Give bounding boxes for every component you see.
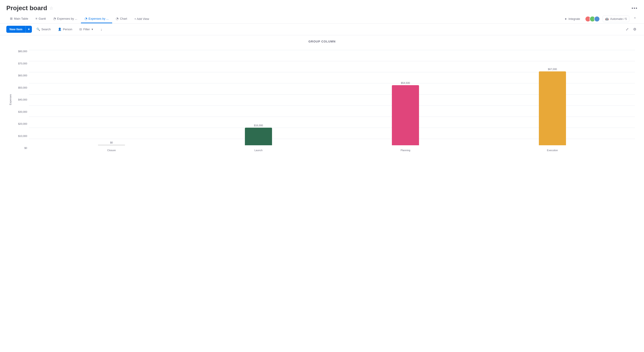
bar-group-planning: $54,500 bbox=[392, 81, 419, 145]
tab-bar-right: ✦ Integrate 🤖 Automate / 5 ⌃ bbox=[562, 15, 638, 22]
header-left: Project board ☆ bbox=[6, 4, 53, 12]
bar-planning bbox=[392, 85, 419, 145]
toolbar: New Item ▾ 🔍 Search 👤 Person ⊟ Filter ▾ … bbox=[0, 23, 644, 35]
main-table-icon: ⊞ bbox=[10, 17, 13, 20]
x-axis: Closure Launch Planning Execution bbox=[29, 149, 635, 152]
expand-icon[interactable]: ⤢ bbox=[624, 26, 630, 33]
tab-gantt[interactable]: ≡ Gantt bbox=[32, 14, 50, 23]
person-icon: 👤 bbox=[58, 27, 62, 31]
automate-button[interactable]: 🤖 Automate / 5 bbox=[602, 15, 629, 22]
y-label-40k: $40,000 bbox=[14, 98, 27, 101]
avatar-group bbox=[585, 16, 600, 22]
bars: $0 $16,000 $54,500 $67,000 bbox=[29, 50, 635, 145]
bar-value-planning: $54,500 bbox=[401, 81, 410, 84]
bar-value-launch: $16,000 bbox=[254, 124, 263, 127]
tab-main-table[interactable]: ⊞ Main Table bbox=[6, 14, 32, 23]
avatar-3 bbox=[594, 16, 600, 22]
search-icon: 🔍 bbox=[36, 27, 40, 31]
chart-plot: $0 $16,000 $54,500 $67,000 bbox=[29, 48, 635, 152]
bar-launch bbox=[245, 128, 272, 145]
y-label-30k: $30,000 bbox=[14, 110, 27, 113]
tab-expenses-2[interactable]: ◔ Expenses by ... bbox=[81, 14, 112, 23]
collapse-button[interactable]: ⌃ bbox=[632, 15, 638, 22]
chart-container: Expenses $80,000 $70,000 $60,000 $50,000… bbox=[9, 48, 635, 152]
tab-expenses-1[interactable]: ◔ Expenses by ... bbox=[50, 14, 81, 23]
download-icon: ↓ bbox=[100, 27, 102, 31]
page-title: Project board bbox=[6, 4, 47, 12]
bar-value-execution: $67,000 bbox=[548, 68, 557, 70]
filter-dropdown-icon: ▾ bbox=[92, 27, 93, 31]
filter-button[interactable]: ⊟ Filter ▾ bbox=[77, 26, 96, 32]
search-button[interactable]: 🔍 Search bbox=[34, 26, 53, 32]
chart-title: GROUP COLUMN bbox=[9, 40, 635, 43]
toolbar-right: ⤢ ⚙ bbox=[624, 26, 638, 33]
x-label-launch: Launch bbox=[245, 149, 272, 152]
y-label-60k: $60,000 bbox=[14, 74, 27, 77]
tab-chart[interactable]: ◔ Chart bbox=[112, 14, 131, 23]
automate-icon: 🤖 bbox=[605, 17, 609, 20]
integrate-icon: ✦ bbox=[564, 17, 567, 21]
bar-execution bbox=[539, 71, 566, 145]
x-label-closure: Closure bbox=[98, 149, 125, 152]
bar-group-launch: $16,000 bbox=[245, 124, 272, 145]
y-axis: $80,000 $70,000 $60,000 $50,000 $40,000 … bbox=[14, 48, 27, 152]
y-axis-label: Expenses bbox=[9, 48, 12, 152]
y-label-50k: $50,000 bbox=[14, 86, 27, 89]
bar-value-closure: $0 bbox=[110, 141, 113, 144]
bar-closure bbox=[98, 145, 125, 145]
add-view-button[interactable]: + Add View bbox=[131, 15, 153, 23]
gantt-icon: ≡ bbox=[36, 17, 37, 20]
expenses2-icon: ◔ bbox=[84, 17, 87, 20]
filter-icon: ⊟ bbox=[79, 27, 82, 31]
tab-bar: ⊞ Main Table ≡ Gantt ◔ Expenses by ... ◔… bbox=[0, 14, 644, 23]
star-icon[interactable]: ☆ bbox=[49, 5, 53, 11]
settings-icon[interactable]: ⚙ bbox=[632, 26, 638, 33]
bar-group-closure: $0 bbox=[98, 141, 125, 145]
header: Project board ☆ ••• bbox=[0, 0, 644, 12]
x-label-planning: Planning bbox=[392, 149, 419, 152]
person-button[interactable]: 👤 Person bbox=[55, 26, 75, 32]
y-label-20k: $20,000 bbox=[14, 122, 27, 125]
integrate-button[interactable]: ✦ Integrate bbox=[562, 16, 582, 22]
y-label-10k: $10,000 bbox=[14, 135, 27, 137]
x-label-execution: Execution bbox=[539, 149, 566, 152]
y-label-70k: $70,000 bbox=[14, 62, 27, 65]
new-item-dropdown-arrow[interactable]: ▾ bbox=[26, 26, 32, 33]
new-item-button[interactable]: New Item ▾ bbox=[6, 26, 32, 33]
chart-area: GROUP COLUMN Expenses $80,000 $70,000 $6… bbox=[0, 35, 644, 156]
expenses1-icon: ◔ bbox=[53, 17, 56, 20]
tabs: ⊞ Main Table ≡ Gantt ◔ Expenses by ... ◔… bbox=[6, 14, 153, 23]
chart-icon: ◔ bbox=[116, 17, 118, 20]
bar-group-execution: $67,000 bbox=[539, 68, 566, 145]
more-options-icon[interactable]: ••• bbox=[632, 6, 638, 11]
y-label-0: $0 bbox=[14, 147, 27, 149]
y-label-80k: $80,000 bbox=[14, 50, 27, 53]
download-button[interactable]: ↓ bbox=[98, 26, 105, 33]
